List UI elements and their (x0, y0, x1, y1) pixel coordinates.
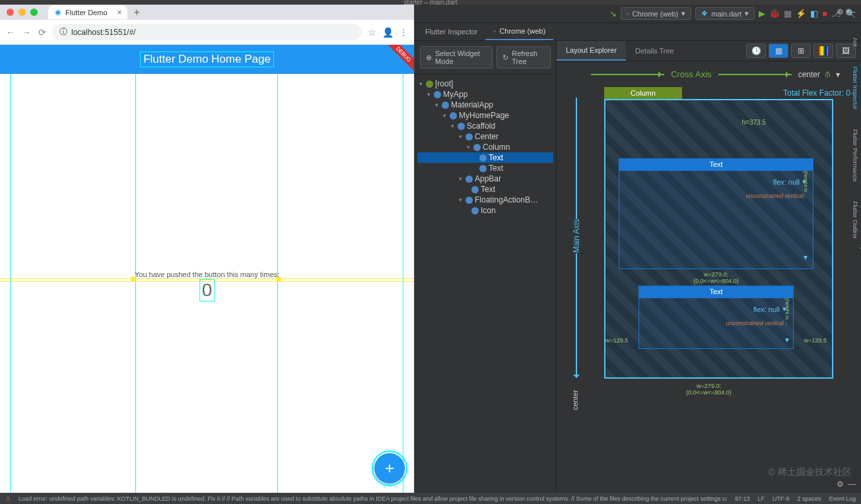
run-icon[interactable]: ▶ (759, 9, 765, 18)
url-text: localhost:51551/#/ (71, 28, 135, 37)
refresh-tree-button[interactable]: ↻ Refresh Tree (497, 46, 551, 69)
child-widget-2[interactable]: Text flex: null▾ unconstrained vertical … (638, 286, 794, 349)
line-separator[interactable]: LF (757, 495, 765, 502)
history-icon[interactable]: 🕓 (746, 44, 766, 58)
tree-node[interactable]: Text (489, 153, 503, 162)
tree-node[interactable]: MaterialApp (451, 100, 493, 110)
flex-dropdown[interactable]: flex: null▾ (639, 298, 793, 320)
tree-node[interactable]: AppBar (475, 174, 501, 183)
minimize-icon[interactable] (18, 9, 26, 16)
close-icon[interactable] (7, 9, 14, 16)
dimension-label: h=373.5 (742, 119, 766, 126)
tab-flutter-inspector[interactable]: Flutter Inspector (417, 23, 485, 40)
dimension-label: w=129.5 (605, 337, 628, 344)
node-icon (434, 91, 441, 98)
minimize-icon[interactable]: — (848, 7, 856, 16)
minimize-icon[interactable]: — (848, 480, 856, 489)
cross-axis-label: Cross Axis (671, 69, 711, 79)
run-config-dropdown[interactable]: ❖ main.dart ▾ (695, 7, 755, 20)
tree-node[interactable]: Text (481, 185, 495, 194)
baseline-icon[interactable]: ▦ (769, 44, 788, 58)
encoding[interactable]: UTF-8 (773, 495, 790, 502)
traffic-lights[interactable] (0, 5, 44, 20)
menu-icon[interactable]: ⋮ (398, 27, 409, 38)
node-icon (458, 123, 465, 130)
node-icon (479, 165, 487, 172)
tree-node[interactable]: Column (483, 142, 510, 152)
gear-icon[interactable]: ⚙ (837, 480, 844, 489)
flutter-icon: ❖ (701, 9, 708, 18)
floating-action-button[interactable]: + (374, 453, 405, 484)
gear-icon[interactable]: ⚙ (837, 7, 844, 16)
chevron-down-icon: ▾ (836, 70, 840, 79)
event-log[interactable]: Event Log (829, 495, 856, 502)
flutter-outline-tab[interactable]: Flutter Outline (852, 201, 858, 239)
macos-titlebar: starter – main.dart (0, 0, 861, 5)
constraint-label: unconstrained vertical (639, 320, 793, 327)
main-align-dropdown[interactable]: center (571, 390, 579, 410)
chevron-down-icon[interactable]: ▾ (804, 253, 808, 262)
back-icon[interactable]: ← (5, 27, 16, 38)
hammer-icon[interactable]: ↘ (609, 9, 617, 18)
devtools-icon[interactable]: ◧ (810, 9, 818, 18)
guide-line (135, 74, 136, 493)
chevron-down-icon: ▾ (681, 9, 685, 18)
status-message[interactable]: Load error: undefined path variables: KO… (18, 495, 727, 502)
guide-line (0, 278, 414, 279)
flutter-inspector-tab[interactable]: Flutter Inspector (852, 67, 858, 110)
body-text: You have pushed the button this many tim… (135, 270, 279, 278)
constraint-label: unconstrained vertical (619, 193, 813, 199)
device-dropdown[interactable]: ▫ Chrome (web) ▾ (621, 7, 692, 20)
guideline-icon[interactable]: ⊞ (791, 44, 811, 58)
tree-node[interactable]: FloatingActionB… (475, 195, 538, 205)
forward-icon[interactable]: → (21, 27, 32, 38)
child-widget-1[interactable]: Text flex: null▾ unconstrained vertical … (619, 158, 813, 269)
refresh-icon: ↻ (502, 53, 508, 62)
rainbow-icon[interactable] (813, 44, 833, 58)
dimension-label: w=279.0; (697, 383, 721, 389)
device-icon: ▫ (627, 10, 629, 18)
reload-icon[interactable]: ⟳ (37, 27, 48, 38)
coverage-icon[interactable]: ▦ (784, 9, 792, 18)
maximize-icon[interactable] (30, 9, 38, 16)
select-widget-button[interactable]: ⊕ Select Widget Mode (420, 46, 493, 69)
close-icon[interactable]: × (118, 8, 122, 17)
device-icon: ▫ (493, 27, 496, 35)
browser-tab[interactable]: ◉ Flutter Demo × (48, 5, 127, 19)
tree-node[interactable]: MyHomePage (459, 111, 509, 120)
tab-layout-explorer[interactable]: Layout Explorer (557, 41, 626, 61)
node-icon (471, 207, 479, 214)
node-icon (479, 154, 487, 162)
tree-node[interactable]: Scaffold (467, 121, 495, 131)
new-tab-button[interactable]: + (127, 7, 147, 18)
stop-icon[interactable]: ■ (822, 9, 827, 18)
profile-icon[interactable]: 👤 (382, 27, 393, 38)
status-bar: ⚠ Load error: undefined path variables: … (0, 493, 861, 504)
dimension-label: (height is … (803, 171, 809, 262)
cursor-position[interactable]: 97:13 (735, 495, 750, 502)
debug-icon[interactable]: 🐞 (769, 9, 780, 18)
hot-reload-icon[interactable]: ⚡ (796, 9, 806, 18)
node-icon (465, 133, 473, 141)
cross-align-dropdown[interactable]: center ⫛ ▾ (798, 70, 840, 79)
tree-node[interactable]: MyApp (443, 90, 467, 99)
tab-details-tree[interactable]: Details Tree (626, 42, 683, 60)
warning-icon[interactable]: ⚠ (5, 495, 11, 502)
tree-node[interactable]: Text (489, 164, 503, 173)
debug-banner: DEBUG (382, 45, 414, 75)
tree-node[interactable]: Icon (481, 206, 496, 215)
flutter-performance-tab[interactable]: Flutter Performance (852, 129, 858, 182)
dimension-label: (0.0<=w<=804.0) (686, 389, 732, 396)
tree-node[interactable]: [root] (435, 79, 453, 88)
tab-chrome[interactable]: ▫ Chrome (web) (485, 23, 553, 40)
address-bar[interactable]: ⓘ localhost:51551/#/ (53, 24, 361, 40)
node-icon (473, 144, 481, 151)
indent[interactable]: 2 spaces (797, 495, 821, 502)
tree-node[interactable]: Center (475, 132, 499, 141)
ant-tab[interactable]: Ant (852, 38, 858, 47)
node-icon (426, 80, 433, 88)
chevron-down-icon: ▾ (745, 9, 749, 18)
star-icon[interactable]: ☆ (366, 27, 377, 38)
chevron-down-icon[interactable]: ▾ (785, 335, 789, 344)
flex-dropdown[interactable]: flex: null▾ (619, 171, 813, 193)
